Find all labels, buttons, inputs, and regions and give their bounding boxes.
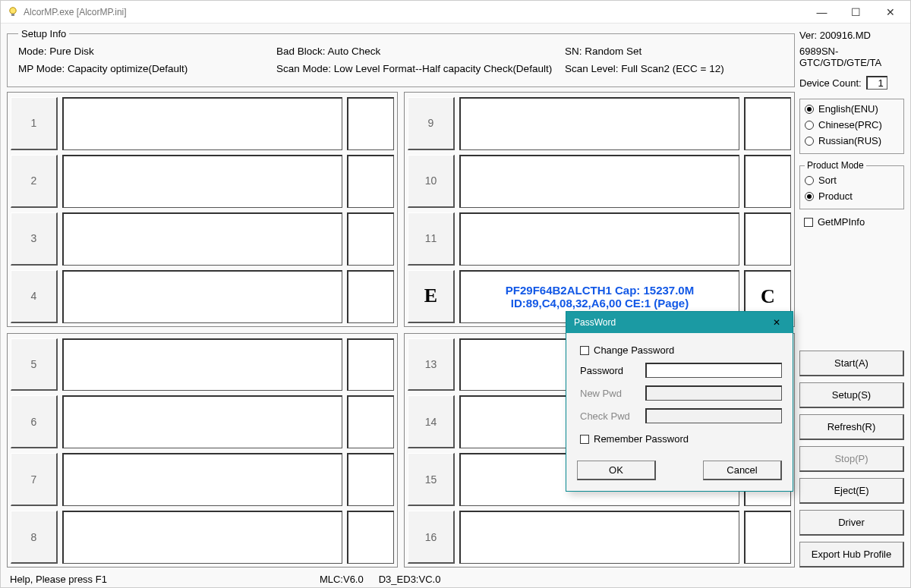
slot-body-16 — [459, 511, 739, 564]
slot-button-9[interactable]: 9 — [408, 97, 455, 150]
slot-indicator-10 — [744, 155, 791, 208]
slot-button-6[interactable]: 6 — [11, 395, 58, 448]
slot-body-4 — [62, 270, 342, 323]
slot-button-1[interactable]: 1 — [11, 97, 58, 150]
bad-block-label: Bad Block: Auto Check — [276, 42, 565, 60]
language-group: English(ENU) Chinese(PRC) Russian(RUS) — [799, 99, 904, 154]
close-button[interactable]: ✕ — [873, 2, 907, 23]
product-mode-group: Product Mode Sort Product — [799, 160, 904, 209]
slot-button-15[interactable]: 15 — [408, 453, 455, 506]
sn-label: SN: Random Set — [565, 42, 783, 60]
slot-button-2[interactable]: 2 — [11, 155, 58, 208]
slot-e-line2: ID:89,C4,08,32,A6,00 CE:1 (Page) — [511, 297, 689, 310]
slot-indicator-9 — [744, 97, 791, 150]
slot-button-7[interactable]: 7 — [11, 453, 58, 506]
mp-mode-label: MP Mode: Capacity optimize(Default) — [18, 60, 276, 77]
password-input[interactable] — [645, 363, 782, 378]
slot-body-11 — [459, 212, 739, 266]
maximize-button[interactable]: ☐ — [839, 2, 873, 23]
product-mode-legend: Product Mode — [805, 160, 866, 171]
lang-radio-ru[interactable]: Russian(RUS) — [805, 133, 899, 149]
setup-legend: Setup Info — [18, 28, 69, 39]
lightbulb-icon — [7, 6, 19, 18]
password-label: Password — [580, 365, 638, 376]
checkpwd-label: Check Pwd — [580, 410, 638, 422]
slot-body-7 — [62, 453, 342, 506]
slot-e-line1: PF29F64B2ALCTH1 Cap: 15237.0M — [506, 284, 694, 297]
panel-bottom-left: 5 6 7 8 — [7, 333, 398, 568]
slot-button-8[interactable]: 8 — [11, 511, 58, 564]
slot-indicator-3 — [347, 212, 394, 266]
driver-button[interactable]: Driver — [799, 510, 904, 536]
slot-button-4[interactable]: 4 — [11, 270, 58, 323]
slot-indicator-5 — [347, 338, 394, 391]
slot-body-6 — [62, 395, 342, 448]
export-hub-button[interactable]: Export Hub Profile — [799, 542, 904, 568]
slot-body-3 — [62, 212, 342, 266]
lang-radio-en[interactable]: English(ENU) — [805, 101, 899, 117]
slot-button-13[interactable]: 13 — [408, 338, 455, 391]
dialog-close-button[interactable]: ✕ — [764, 314, 790, 331]
scan-level-label: Scan Level: Full Scan2 (ECC = 12) — [565, 60, 783, 77]
slot-indicator-8 — [347, 511, 394, 564]
svg-point-0 — [10, 7, 16, 13]
scan-mode-label: Scan Mode: Low Level Format--Half capaci… — [276, 60, 565, 77]
status-d3: D3_ED3:VC.0 — [379, 574, 441, 585]
password-dialog: PassWord ✕ Change Password Password New … — [566, 311, 793, 492]
slot-body-9 — [459, 97, 739, 150]
dialog-cancel-button[interactable]: Cancel — [703, 461, 782, 480]
slot-indicator-1 — [347, 97, 394, 150]
slot-indicator-16 — [744, 511, 791, 564]
newpwd-input — [645, 385, 782, 401]
setup-button[interactable]: Setup(S) — [799, 382, 904, 408]
change-password-checkbox[interactable]: Change Password — [580, 342, 782, 358]
newpwd-label: New Pwd — [580, 388, 638, 399]
panel-top-right: 9 10 11 E PF29F64B2ALCTH1 Cap: 15237.0M … — [404, 92, 795, 327]
slot-button-3[interactable]: 3 — [11, 212, 58, 266]
status-mlc: MLC:V6.0 — [320, 574, 364, 585]
slot-button-e[interactable]: E — [408, 270, 455, 323]
slot-indicator-6 — [347, 395, 394, 448]
slot-button-11[interactable]: 11 — [408, 212, 455, 266]
slot-button-10[interactable]: 10 — [408, 155, 455, 208]
main-window: AlcorMP.exe [AlcorMP.ini] — ☐ ✕ Setup In… — [0, 0, 911, 588]
version-label: Ver: 200916.MD — [799, 30, 904, 41]
panel-top-left: 1 2 3 4 — [7, 92, 398, 327]
slot-indicator-2 — [347, 155, 394, 208]
minimize-button[interactable]: — — [805, 2, 839, 23]
eject-button[interactable]: Eject(E) — [799, 478, 904, 504]
device-count-value: 1 — [866, 76, 887, 90]
slot-body-8 — [62, 511, 342, 564]
dialog-ok-button[interactable]: OK — [577, 461, 656, 480]
slot-body-2 — [62, 155, 342, 208]
slot-body-10 — [459, 155, 739, 208]
stop-button[interactable]: Stop(P) — [799, 446, 904, 472]
dialog-title-text: PassWord — [574, 317, 764, 328]
slot-indicator-11 — [744, 212, 791, 266]
getmpinfo-checkbox[interactable]: GetMPInfo — [799, 214, 904, 230]
device-count-label: Device Count: — [799, 77, 862, 89]
window-title: AlcorMP.exe [AlcorMP.ini] — [24, 7, 805, 17]
mode-label: Mode: Pure Disk — [18, 42, 276, 60]
app-root: AlcorMP.exe [AlcorMP.ini] — ☐ ✕ Setup In… — [0, 0, 911, 588]
status-help: Help, Please press F1 — [10, 574, 107, 585]
setup-info-panel: Setup Info Mode: Pure Disk Bad Block: Au… — [7, 28, 795, 87]
slot-indicator-7 — [347, 453, 394, 506]
product-radio-sort[interactable]: Sort — [805, 172, 899, 188]
slot-button-14[interactable]: 14 — [408, 395, 455, 448]
slot-button-5[interactable]: 5 — [11, 338, 58, 391]
remember-password-checkbox[interactable]: Remember Password — [580, 431, 782, 447]
product-radio-product[interactable]: Product — [805, 188, 899, 204]
side-panel: Ver: 200916.MD 6989SN-GTC/GTD/GTE/TA Dev… — [799, 28, 904, 568]
checkpwd-input — [645, 408, 782, 423]
slot-body-5 — [62, 338, 342, 391]
statusbar: Help, Please press F1 MLC:V6.0 D3_ED3:VC… — [1, 571, 910, 587]
refresh-button[interactable]: Refresh(R) — [799, 414, 904, 440]
dialog-titlebar: PassWord ✕ — [566, 312, 793, 333]
slot-button-16[interactable]: 16 — [408, 511, 455, 564]
chip-label: 6989SN-GTC/GTD/GTE/TA — [799, 46, 904, 68]
start-button[interactable]: Start(A) — [799, 351, 904, 376]
slot-body-1 — [62, 97, 342, 150]
lang-radio-cn[interactable]: Chinese(PRC) — [805, 117, 899, 133]
svg-rect-1 — [11, 14, 14, 16]
